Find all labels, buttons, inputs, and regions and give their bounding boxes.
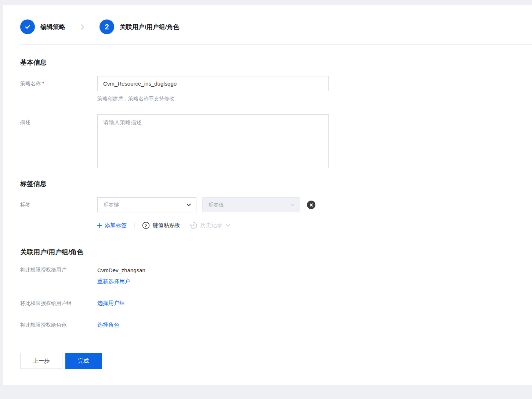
policy-name-label: 策略名称* (20, 80, 97, 87)
tag-info-title: 标签信息 (20, 179, 532, 188)
grant-role-label: 将此权限授权给角色 (20, 322, 97, 328)
chevron-down-icon (187, 204, 191, 206)
policy-wizard-card: 编辑策略 2 关联用户/用户组/角色 基本信息 策略名称* 策略创建后，策略名称… (3, 5, 532, 385)
policy-name-help-text: 策略创建后，策略名称不支持修改 (97, 96, 532, 102)
tag-key-placeholder: 标签键 (104, 202, 119, 208)
step-edit-policy[interactable]: 编辑策略 (20, 19, 65, 34)
required-asterisk: * (42, 80, 44, 86)
select-group-link[interactable]: 选择用户组 (97, 300, 125, 307)
description-label: 描述 (20, 114, 97, 126)
stepper-divider (20, 44, 532, 45)
policy-name-row: 策略名称* (20, 76, 532, 91)
circle-chevron-right-icon (142, 222, 150, 229)
association-title: 关联用户/用户组/角色 (20, 248, 532, 256)
grant-group-label: 将此权限授权给用户组 (20, 300, 97, 307)
step2-number-badge: 2 (99, 19, 114, 34)
step-associate-users: 2 关联用户/用户组/角色 (99, 19, 179, 34)
step-separator-chevron-icon (80, 24, 85, 30)
grant-user-label: 将此权限授权给用户 (20, 267, 97, 273)
previous-step-button[interactable]: 上一步 (20, 353, 62, 369)
step2-label: 关联用户/用户组/角色 (120, 23, 179, 31)
history-button[interactable]: 历史记录 (190, 222, 230, 229)
tag-value-placeholder: 标签值 (209, 202, 224, 208)
select-role-link[interactable]: 选择角色 (97, 321, 119, 328)
tag-key-select[interactable]: 标签键 (97, 197, 196, 212)
step1-label: 编辑策略 (40, 23, 65, 31)
actions-divider: | (134, 223, 135, 229)
grant-role-row: 将此权限授权给角色 选择角色 (20, 321, 532, 328)
history-clock-icon (190, 222, 198, 229)
chevron-down-icon (290, 204, 295, 206)
step1-done-check-icon (20, 19, 35, 34)
tag-label: 标签 (20, 202, 97, 208)
basic-info-title: 基本信息 (20, 58, 532, 67)
policy-name-input[interactable] (97, 76, 329, 91)
wizard-stepper: 编辑策略 2 关联用户/用户组/角色 (3, 5, 532, 34)
kv-clipboard-button[interactable]: 键值粘贴板 (142, 222, 180, 229)
tag-value-select: 标签值 (202, 197, 300, 212)
description-row: 描述 (20, 114, 532, 168)
tag-row: 标签 标签键 标签值 (20, 197, 532, 212)
finish-button[interactable]: 完成 (65, 353, 102, 369)
reselect-user-link[interactable]: 重新选择用户 (97, 278, 130, 285)
chevron-down-icon (225, 224, 230, 227)
grant-group-row: 将此权限授权给用户组 选择用户组 (20, 300, 532, 307)
footer-divider (20, 341, 532, 341)
granted-user-value: CvmDev_zhangsan (97, 267, 145, 273)
grant-user-row: 将此权限授权给用户 CvmDev_zhangsan (20, 267, 532, 273)
reselect-user-wrap: 重新选择用户 (97, 278, 532, 285)
add-tag-button[interactable]: 添加标签 (97, 222, 127, 229)
footer-actions: 上一步 完成 (20, 353, 532, 369)
tag-delete-button[interactable] (307, 201, 315, 209)
close-icon (310, 203, 313, 207)
description-textarea[interactable] (97, 114, 329, 168)
tag-actions-row: 添加标签 | 键值粘贴板 历史记录 (97, 222, 532, 229)
plus-icon (97, 223, 102, 228)
